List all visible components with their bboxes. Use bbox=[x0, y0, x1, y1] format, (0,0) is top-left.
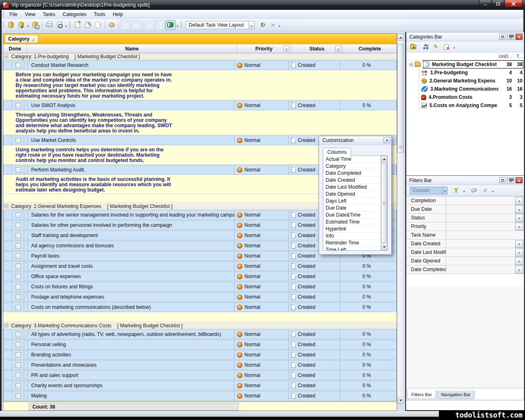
column-list-item[interactable]: Date Opened bbox=[323, 191, 387, 198]
apply-layout-button[interactable] bbox=[257, 20, 267, 30]
task-name[interactable]: PR and sales support bbox=[27, 371, 234, 380]
tab-navigation-bar[interactable]: Navigation Bar bbox=[437, 390, 475, 399]
delete-layout-button[interactable] bbox=[267, 20, 278, 30]
delete-category-button[interactable] bbox=[441, 42, 451, 51]
filter-value[interactable] bbox=[446, 231, 524, 239]
move-up-button[interactable] bbox=[131, 20, 141, 30]
task-name[interactable]: Use SWOT Analysis bbox=[27, 101, 234, 110]
filter-row[interactable]: Date Opened bbox=[406, 257, 524, 265]
column-header-status[interactable]: Status bbox=[291, 44, 343, 53]
task-row[interactable]: Postage and telephone expenses Normal Cr… bbox=[3, 292, 397, 302]
layout-combobox-dropdown[interactable] bbox=[249, 21, 254, 29]
customization-dialog-titlebar[interactable]: Customization bbox=[319, 136, 391, 145]
column-list-item[interactable]: Due Date&Time bbox=[323, 212, 387, 219]
filter-row[interactable]: Date Completed bbox=[406, 265, 524, 274]
filter-row[interactable]: Date Last Modified bbox=[406, 248, 524, 257]
filter-value[interactable] bbox=[446, 205, 515, 213]
group-by-category-chip[interactable]: Category bbox=[5, 35, 38, 43]
scrollbar-thumb[interactable] bbox=[397, 44, 404, 153]
new-database-button[interactable] bbox=[6, 20, 16, 30]
category-tree-item[interactable]: 4.Promotion Costs 3 3 bbox=[406, 93, 524, 101]
apply-filter-button[interactable] bbox=[451, 186, 461, 195]
task-name[interactable]: Mailing bbox=[27, 391, 234, 400]
task-name[interactable]: Office space expenses bbox=[27, 272, 234, 281]
tab-filters-bar[interactable]: Filters Bar bbox=[407, 390, 436, 399]
new-task-button[interactable] bbox=[72, 20, 82, 30]
new-category-button[interactable] bbox=[408, 42, 418, 51]
filter-preset-combobox[interactable]: Custom bbox=[410, 187, 447, 194]
layout-combobox[interactable]: Default Task View Layout bbox=[186, 21, 255, 29]
scroll-up-button[interactable] bbox=[381, 156, 387, 162]
menu-view[interactable]: View bbox=[21, 10, 39, 18]
task-row[interactable]: Use SWOT Analysis Normal Created 0 % bbox=[3, 100, 397, 110]
tab-columns[interactable]: Columns bbox=[323, 148, 351, 157]
column-total[interactable]: T... bbox=[513, 52, 524, 60]
column-header-priority[interactable]: Priority bbox=[237, 44, 291, 53]
column-list-item[interactable]: Reminder Time bbox=[323, 240, 387, 247]
task-name[interactable]: Branding activities bbox=[27, 350, 234, 359]
save-database-button[interactable] bbox=[30, 20, 40, 30]
task-name[interactable]: Costs on marketing communications (descr… bbox=[27, 303, 234, 312]
panel-restore-button[interactable] bbox=[499, 177, 506, 183]
filter-preset-dropdown[interactable] bbox=[443, 187, 447, 194]
task-name[interactable]: Salaries for other personnel involved in… bbox=[27, 221, 234, 230]
filter-row[interactable]: Priority bbox=[406, 222, 524, 231]
column-list-item[interactable]: Date Created bbox=[323, 177, 387, 184]
done-checkbox[interactable] bbox=[16, 138, 21, 143]
task-row[interactable]: Conduct Market Research Normal Created 0… bbox=[3, 60, 397, 70]
panel-close-button[interactable] bbox=[516, 177, 523, 183]
column-undone[interactable]: UnD... bbox=[498, 52, 513, 60]
column-list-item[interactable]: Info bbox=[323, 233, 387, 240]
filter-value[interactable] bbox=[446, 196, 515, 205]
open-database-button[interactable] bbox=[16, 20, 26, 30]
done-checkbox[interactable] bbox=[16, 63, 21, 68]
category-tree-item[interactable]: 2.General Marketing Expens 10 10 bbox=[406, 77, 524, 85]
collapse-icon[interactable] bbox=[409, 63, 413, 66]
task-name[interactable]: Conduct Market Research bbox=[27, 61, 234, 70]
filter-dropdown-button[interactable] bbox=[515, 205, 523, 213]
category-tree-item[interactable]: 5.Costs on Analyzing Compe 5 5 bbox=[406, 101, 524, 110]
clear-filter-button[interactable] bbox=[469, 186, 479, 195]
apply-filter-dropdown[interactable] bbox=[462, 186, 466, 195]
close-button[interactable] bbox=[504, 0, 523, 7]
menu-tools[interactable]: Tools bbox=[90, 10, 109, 18]
column-list-item[interactable]: Estimated Time bbox=[323, 219, 387, 226]
done-checkbox[interactable] bbox=[16, 332, 21, 337]
task-row[interactable]: Charity events and sponsorships Normal C… bbox=[3, 381, 397, 390]
done-checkbox[interactable] bbox=[16, 103, 21, 108]
done-checkbox[interactable] bbox=[16, 264, 21, 269]
move-top-button[interactable] bbox=[155, 20, 165, 30]
task-view-button[interactable] bbox=[165, 20, 176, 30]
delete-filter-button[interactable] bbox=[480, 186, 490, 195]
column-list-item[interactable]: Date Last Modified bbox=[323, 184, 387, 191]
task-view-dropdown[interactable] bbox=[176, 21, 179, 30]
filter-dropdown-button[interactable] bbox=[515, 249, 523, 256]
filter-dropdown-button[interactable] bbox=[515, 266, 523, 274]
filter-value[interactable] bbox=[446, 240, 515, 248]
task-name[interactable]: Postage and telephone expenses bbox=[27, 292, 234, 301]
grid-vertical-scrollbar[interactable] bbox=[397, 34, 404, 404]
scroll-down-button[interactable] bbox=[381, 244, 387, 250]
filter-dropdown-button[interactable] bbox=[515, 214, 523, 222]
scrollbar-thumb[interactable] bbox=[381, 163, 387, 243]
filter-value[interactable] bbox=[446, 222, 515, 231]
scroll-down-button[interactable] bbox=[397, 397, 404, 404]
done-checkbox[interactable] bbox=[16, 393, 21, 399]
column-list-item[interactable]: Days Left bbox=[323, 198, 387, 205]
task-name[interactable]: Presentations and showcases bbox=[27, 361, 234, 370]
task-name[interactable]: Staff training and development bbox=[27, 231, 234, 240]
done-checkbox[interactable] bbox=[16, 223, 21, 228]
category-tree-item[interactable]: 1.Pre-budgeting 4 4 bbox=[406, 68, 524, 77]
category-tree-item[interactable]: 3.Marketing Communications 16 16 bbox=[406, 85, 524, 93]
done-checkbox[interactable] bbox=[16, 305, 21, 310]
collapse-icon[interactable] bbox=[5, 55, 8, 58]
done-checkbox[interactable] bbox=[16, 243, 21, 249]
delete-task-button[interactable] bbox=[93, 20, 103, 30]
dialog-scrollbar[interactable] bbox=[381, 156, 387, 250]
filter-row[interactable]: Due Date bbox=[406, 205, 524, 214]
done-checkbox[interactable] bbox=[16, 233, 21, 238]
edit-task-button[interactable] bbox=[82, 20, 93, 30]
done-checkbox[interactable] bbox=[16, 212, 21, 218]
menu-categories[interactable]: Categories bbox=[59, 10, 90, 18]
filter-value[interactable] bbox=[446, 248, 515, 256]
